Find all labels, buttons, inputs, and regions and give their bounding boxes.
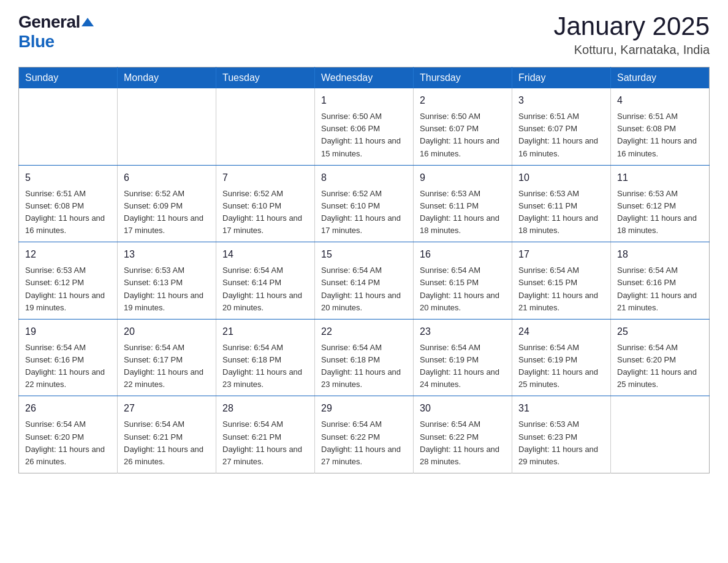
day-info: Sunrise: 6:54 AMSunset: 6:19 PMDaylight:…: [518, 342, 604, 391]
title-area: January 2025 Kotturu, Karnataka, India: [553, 12, 710, 57]
header-cell-tuesday: Tuesday: [216, 67, 315, 89]
page-header: General Blue January 2025 Kotturu, Karna…: [18, 12, 710, 57]
day-cell: 17Sunrise: 6:54 AMSunset: 6:15 PMDayligh…: [512, 242, 611, 320]
day-number: 8: [321, 170, 407, 185]
header-cell-monday: Monday: [118, 67, 216, 89]
day-info: Sunrise: 6:54 AMSunset: 6:22 PMDaylight:…: [420, 418, 506, 468]
calendar-table: SundayMondayTuesdayWednesdayThursdayFrid…: [18, 67, 710, 473]
day-cell: 14Sunrise: 6:54 AMSunset: 6:14 PMDayligh…: [216, 242, 315, 320]
day-info: Sunrise: 6:50 AMSunset: 6:06 PMDaylight:…: [321, 110, 407, 160]
day-cell: 23Sunrise: 6:54 AMSunset: 6:19 PMDayligh…: [414, 319, 512, 396]
day-number: 5: [25, 170, 111, 185]
day-info: Sunrise: 6:54 AMSunset: 6:14 PMDaylight:…: [321, 264, 407, 314]
week-row-4: 19Sunrise: 6:54 AMSunset: 6:16 PMDayligh…: [19, 319, 710, 396]
day-cell: 5Sunrise: 6:51 AMSunset: 6:08 PMDaylight…: [19, 165, 118, 242]
day-cell: 15Sunrise: 6:54 AMSunset: 6:14 PMDayligh…: [315, 242, 414, 320]
day-number: 2: [420, 93, 506, 108]
day-info: Sunrise: 6:51 AMSunset: 6:08 PMDaylight:…: [25, 188, 111, 237]
day-cell: 22Sunrise: 6:54 AMSunset: 6:18 PMDayligh…: [315, 319, 414, 396]
logo-general-text: General: [18, 12, 80, 32]
day-number: 9: [420, 170, 506, 185]
day-info: Sunrise: 6:54 AMSunset: 6:21 PMDaylight:…: [124, 418, 210, 468]
day-cell: 11Sunrise: 6:53 AMSunset: 6:12 PMDayligh…: [611, 165, 710, 242]
day-number: 20: [124, 324, 210, 339]
header-cell-wednesday: Wednesday: [315, 67, 414, 89]
day-number: 25: [617, 324, 703, 339]
header-row: SundayMondayTuesdayWednesdayThursdayFrid…: [19, 67, 710, 89]
day-info: Sunrise: 6:54 AMSunset: 6:20 PMDaylight:…: [25, 418, 111, 468]
day-cell: 12Sunrise: 6:53 AMSunset: 6:12 PMDayligh…: [19, 242, 118, 320]
day-cell: 31Sunrise: 6:53 AMSunset: 6:23 PMDayligh…: [512, 396, 611, 473]
day-cell: 8Sunrise: 6:52 AMSunset: 6:10 PMDaylight…: [315, 165, 414, 242]
day-number: 12: [25, 247, 111, 262]
day-number: 28: [222, 401, 308, 416]
day-info: Sunrise: 6:54 AMSunset: 6:18 PMDaylight:…: [321, 342, 407, 391]
day-cell: 28Sunrise: 6:54 AMSunset: 6:21 PMDayligh…: [216, 396, 315, 473]
day-cell: 13Sunrise: 6:53 AMSunset: 6:13 PMDayligh…: [118, 242, 216, 320]
day-info: Sunrise: 6:50 AMSunset: 6:07 PMDaylight:…: [420, 110, 506, 160]
day-cell: 19Sunrise: 6:54 AMSunset: 6:16 PMDayligh…: [19, 319, 118, 396]
day-cell: 18Sunrise: 6:54 AMSunset: 6:16 PMDayligh…: [611, 242, 710, 320]
day-number: 30: [420, 401, 506, 416]
day-cell: 10Sunrise: 6:53 AMSunset: 6:11 PMDayligh…: [512, 165, 611, 242]
location-title: Kotturu, Karnataka, India: [553, 43, 710, 57]
day-number: 26: [25, 401, 111, 416]
day-cell: [611, 396, 710, 473]
day-info: Sunrise: 6:53 AMSunset: 6:23 PMDaylight:…: [518, 418, 604, 468]
day-info: Sunrise: 6:52 AMSunset: 6:10 PMDaylight:…: [222, 188, 308, 237]
day-cell: [216, 88, 315, 165]
day-info: Sunrise: 6:51 AMSunset: 6:07 PMDaylight:…: [518, 110, 604, 160]
week-row-1: 1Sunrise: 6:50 AMSunset: 6:06 PMDaylight…: [19, 88, 710, 165]
day-cell: [19, 88, 118, 165]
day-number: 23: [420, 324, 506, 339]
day-info: Sunrise: 6:53 AMSunset: 6:12 PMDaylight:…: [617, 188, 703, 237]
day-info: Sunrise: 6:54 AMSunset: 6:14 PMDaylight:…: [222, 264, 308, 314]
day-cell: 21Sunrise: 6:54 AMSunset: 6:18 PMDayligh…: [216, 319, 315, 396]
day-info: Sunrise: 6:54 AMSunset: 6:15 PMDaylight:…: [518, 264, 604, 314]
day-info: Sunrise: 6:54 AMSunset: 6:22 PMDaylight:…: [321, 418, 407, 468]
day-info: Sunrise: 6:54 AMSunset: 6:19 PMDaylight:…: [420, 342, 506, 391]
day-number: 14: [222, 247, 308, 262]
day-info: Sunrise: 6:52 AMSunset: 6:10 PMDaylight:…: [321, 188, 407, 237]
week-row-2: 5Sunrise: 6:51 AMSunset: 6:08 PMDaylight…: [19, 165, 710, 242]
day-number: 3: [518, 93, 604, 108]
day-info: Sunrise: 6:52 AMSunset: 6:09 PMDaylight:…: [124, 188, 210, 237]
day-info: Sunrise: 6:51 AMSunset: 6:08 PMDaylight:…: [617, 110, 703, 160]
week-row-5: 26Sunrise: 6:54 AMSunset: 6:20 PMDayligh…: [19, 396, 710, 473]
day-info: Sunrise: 6:54 AMSunset: 6:16 PMDaylight:…: [617, 264, 703, 314]
day-number: 15: [321, 247, 407, 262]
day-cell: 30Sunrise: 6:54 AMSunset: 6:22 PMDayligh…: [414, 396, 512, 473]
day-info: Sunrise: 6:54 AMSunset: 6:18 PMDaylight:…: [222, 342, 308, 391]
day-cell: 9Sunrise: 6:53 AMSunset: 6:11 PMDaylight…: [414, 165, 512, 242]
day-cell: 26Sunrise: 6:54 AMSunset: 6:20 PMDayligh…: [19, 396, 118, 473]
day-number: 13: [124, 247, 210, 262]
day-number: 6: [124, 170, 210, 185]
day-info: Sunrise: 6:54 AMSunset: 6:16 PMDaylight:…: [25, 342, 111, 391]
day-cell: 24Sunrise: 6:54 AMSunset: 6:19 PMDayligh…: [512, 319, 611, 396]
day-number: 1: [321, 93, 407, 108]
header-cell-friday: Friday: [512, 67, 611, 89]
day-number: 29: [321, 401, 407, 416]
logo: General Blue: [18, 12, 94, 52]
day-number: 22: [321, 324, 407, 339]
day-number: 19: [25, 324, 111, 339]
day-number: 31: [518, 401, 604, 416]
calendar-body: 1Sunrise: 6:50 AMSunset: 6:06 PMDaylight…: [19, 88, 710, 473]
header-cell-sunday: Sunday: [19, 67, 118, 89]
day-number: 27: [124, 401, 210, 416]
day-cell: 16Sunrise: 6:54 AMSunset: 6:15 PMDayligh…: [414, 242, 512, 320]
day-number: 4: [617, 93, 703, 108]
day-info: Sunrise: 6:54 AMSunset: 6:15 PMDaylight:…: [420, 264, 506, 314]
header-cell-thursday: Thursday: [414, 67, 512, 89]
day-number: 21: [222, 324, 308, 339]
day-info: Sunrise: 6:54 AMSunset: 6:20 PMDaylight:…: [617, 342, 703, 391]
day-cell: 1Sunrise: 6:50 AMSunset: 6:06 PMDaylight…: [315, 88, 414, 165]
logo-triangle-icon: [82, 18, 94, 26]
day-info: Sunrise: 6:53 AMSunset: 6:11 PMDaylight:…: [420, 188, 506, 237]
day-info: Sunrise: 6:54 AMSunset: 6:17 PMDaylight:…: [124, 342, 210, 391]
day-number: 24: [518, 324, 604, 339]
day-number: 16: [420, 247, 506, 262]
day-cell: 4Sunrise: 6:51 AMSunset: 6:08 PMDaylight…: [611, 88, 710, 165]
header-cell-saturday: Saturday: [611, 67, 710, 89]
day-cell: 6Sunrise: 6:52 AMSunset: 6:09 PMDaylight…: [118, 165, 216, 242]
